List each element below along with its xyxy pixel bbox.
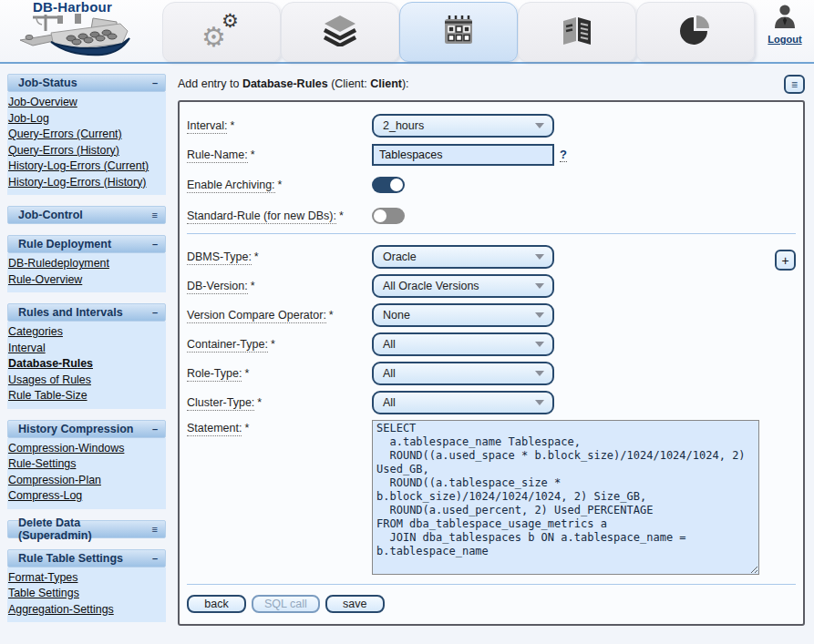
- sidebar-item-rule-overview[interactable]: Rule-Overview: [8, 272, 164, 289]
- sidebar-item-rule-settings[interactable]: Rule-Settings: [8, 456, 164, 473]
- section-header-delete-data[interactable]: Delete Data (Superadmin) ≡: [7, 520, 166, 538]
- chevron-down-icon: [535, 371, 544, 376]
- sidebar-item-categories[interactable]: Categories: [8, 324, 164, 341]
- top-header: DB-Harbour: [0, 0, 814, 64]
- sidebar-item-db-ruledeployment[interactable]: DB-Ruledeployment: [8, 256, 164, 272]
- expand-icon[interactable]: ≡: [152, 210, 158, 220]
- section-header-job-status[interactable]: Job-Status –: [7, 74, 166, 92]
- collapse-icon[interactable]: –: [152, 307, 158, 318]
- dbms-type-row: DBMS-Type:* Oracle: [187, 245, 796, 269]
- enable-archiving-toggle[interactable]: [372, 177, 405, 193]
- db-version-select[interactable]: All Oracle Versions: [372, 274, 554, 298]
- sidebar-section-rule-table-settings: Rule Table Settings – Format-Types Table…: [7, 549, 166, 623]
- version-compare-select[interactable]: None: [372, 303, 554, 327]
- chevron-down-icon: [535, 312, 544, 318]
- chevron-down-icon: [535, 342, 544, 347]
- section-title: Job-Status: [18, 77, 152, 89]
- layers-icon: [322, 14, 358, 50]
- add-dbms-entry-button[interactable]: +: [775, 250, 796, 271]
- chevron-down-icon: [535, 123, 544, 128]
- section-divider: [187, 233, 796, 234]
- sidebar-item-history-log-errors-current[interactable]: History-Log-Errors (Current): [8, 158, 164, 175]
- section-title: Delete Data (Superadmin): [18, 516, 152, 542]
- section-title: Rule Table Settings: [18, 552, 152, 565]
- add-entry-form: Interval:* 2_hours Rule-Name:* ? Enable …: [178, 100, 805, 626]
- panel-menu-button[interactable]: ≡: [784, 75, 805, 94]
- enable-archiving-label: Enable Archiving:*: [187, 179, 372, 191]
- sidebar-item-compress-log[interactable]: Compress-Log: [8, 488, 164, 505]
- sidebar-item-database-rules[interactable]: Database-Rules: [8, 356, 164, 373]
- collapse-icon[interactable]: –: [152, 77, 158, 88]
- form-actions: back SQL call save: [187, 595, 796, 613]
- sidebar-section-job-control: Job-Control ≡: [7, 206, 166, 224]
- pie-chart-icon: [678, 14, 713, 50]
- standard-rule-toggle[interactable]: [372, 208, 405, 224]
- chevron-down-icon: [535, 283, 544, 289]
- gears-icon: ⚙⚙: [201, 12, 242, 52]
- sidebar-item-compression-windows[interactable]: Compression-Windows: [8, 441, 164, 457]
- interval-row: Interval:* 2_hours: [187, 114, 796, 138]
- section-header-job-control[interactable]: Job-Control ≡: [7, 206, 166, 224]
- interval-label: Interval:*: [187, 119, 372, 132]
- sidebar-item-table-settings[interactable]: Table Settings: [8, 586, 164, 602]
- sidebar-item-job-overview[interactable]: Job-Overview: [8, 95, 164, 111]
- back-button[interactable]: back: [187, 595, 246, 613]
- sidebar-item-query-errors-history[interactable]: Query-Errors (History): [8, 143, 164, 159]
- sidebar-item-history-log-errors-history[interactable]: History-Log-Errors (History): [8, 175, 164, 191]
- standard-rule-label: Standard-Rule (for new DBs):*: [187, 210, 372, 222]
- rule-name-help-link[interactable]: ?: [560, 148, 567, 162]
- save-button[interactable]: save: [325, 595, 385, 613]
- book-icon: [561, 15, 593, 48]
- section-header-rule-table-settings[interactable]: Rule Table Settings –: [7, 549, 166, 567]
- sidebar-section-history-compression: History Compression – Compression-Window…: [7, 420, 166, 509]
- sidebar-section-delete-data: Delete Data (Superadmin) ≡: [7, 520, 166, 538]
- user-icon: [773, 4, 797, 32]
- expand-icon[interactable]: ≡: [152, 524, 158, 535]
- sidebar-item-aggregation-settings[interactable]: Aggregation-Settings: [8, 602, 164, 618]
- version-compare-label: Version Compare Operator:*: [187, 309, 372, 322]
- interval-select[interactable]: 2_hours: [372, 114, 554, 138]
- rule-name-input[interactable]: [372, 144, 554, 166]
- sidebar-section-rule-deployment: Rule Deployment – DB-Ruledeployment Rule…: [7, 235, 166, 292]
- main-content: Add entry to Database-Rules (Client: Cli…: [178, 75, 805, 626]
- cluster-type-select[interactable]: All: [372, 391, 554, 414]
- collapse-icon[interactable]: –: [152, 239, 158, 250]
- sidebar-item-query-errors-current[interactable]: Query-Errors (Current): [8, 127, 164, 143]
- tab-reports[interactable]: [518, 2, 636, 62]
- sidebar-section-job-status: Job-Status – Job-Overview Job-Log Query-…: [7, 74, 166, 195]
- container-type-label: Container-Type:*: [187, 338, 372, 351]
- section-title: Rule Deployment: [18, 238, 152, 250]
- tab-statistics[interactable]: [636, 2, 755, 62]
- cluster-type-row: Cluster-Type:* All: [187, 391, 796, 414]
- section-title: History Compression: [18, 423, 152, 435]
- page: DB-Harbour: [0, 0, 814, 644]
- tab-layers[interactable]: [281, 2, 399, 62]
- role-type-select[interactable]: All: [372, 362, 554, 385]
- section-header-rules-and-intervals[interactable]: Rules and Intervals –: [7, 303, 166, 322]
- sidebar-item-job-log[interactable]: Job-Log: [8, 111, 164, 128]
- collapse-icon[interactable]: –: [152, 424, 158, 434]
- version-compare-row: Version Compare Operator:* None: [187, 303, 796, 327]
- statement-textarea[interactable]: SELECT a.tablespace_name Tablespace, ROU…: [372, 420, 759, 575]
- chevron-down-icon: [535, 400, 544, 405]
- sidebar-item-interval[interactable]: Interval: [8, 341, 164, 357]
- logout-link[interactable]: Logout: [768, 34, 801, 45]
- calendar-icon: [442, 15, 475, 49]
- tab-admin[interactable]: ⚙⚙: [162, 2, 281, 62]
- sidebar-item-rule-table-size[interactable]: Rule Table-Size: [8, 388, 164, 404]
- logout-area: Logout: [756, 0, 814, 62]
- section-header-rule-deployment[interactable]: Rule Deployment –: [7, 235, 166, 253]
- dbms-type-select[interactable]: Oracle: [372, 245, 554, 269]
- section-header-history-compression[interactable]: History Compression –: [7, 420, 166, 438]
- sidebar-item-compression-plan[interactable]: Compression-Plan: [8, 473, 164, 489]
- sidebar-item-usages-of-rules[interactable]: Usages of Rules: [8, 373, 164, 389]
- sidebar-item-format-types[interactable]: Format-Types: [8, 570, 164, 587]
- collapse-icon[interactable]: –: [152, 553, 158, 564]
- page-title: Add entry to Database-Rules (Client: Cli…: [178, 75, 409, 90]
- sql-call-button[interactable]: SQL call: [252, 595, 320, 613]
- main-nav-tabs: ⚙⚙: [162, 0, 755, 62]
- tab-schedule[interactable]: [399, 2, 518, 62]
- container-type-select[interactable]: All: [372, 332, 554, 356]
- rule-name-row: Rule-Name:* ?: [187, 144, 796, 166]
- chevron-down-icon: [535, 254, 544, 260]
